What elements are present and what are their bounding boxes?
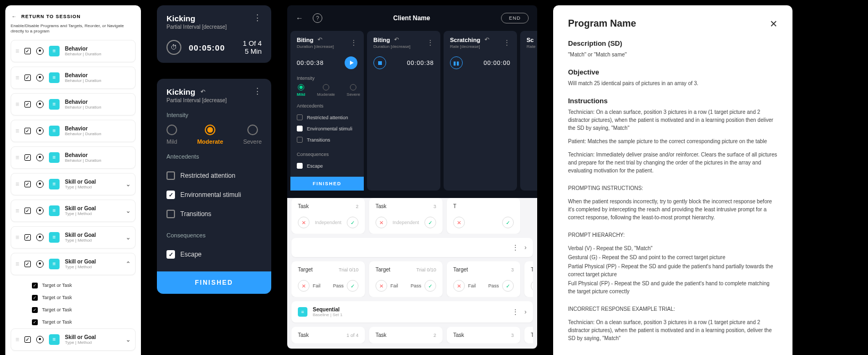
expand-icon[interactable]: ⌄ — [126, 207, 131, 214]
undo-icon[interactable]: ↶ — [201, 88, 205, 95]
finished-button[interactable]: FINISHED — [290, 177, 364, 191]
enable-checkbox[interactable] — [24, 181, 31, 187]
stop-button[interactable] — [373, 56, 386, 69]
skill-row[interactable]: ≡ ≡ Skill or Goal Type | Method ⌄ — [11, 226, 136, 249]
chart-button[interactable]: ▮▮ — [450, 56, 463, 69]
expand-icon[interactable]: › — [524, 244, 527, 251]
enable-checkbox[interactable] — [24, 261, 31, 267]
close-icon[interactable]: ✕ — [770, 18, 778, 30]
help-icon[interactable]: ? — [313, 13, 322, 23]
pass-button[interactable] — [502, 280, 514, 292]
antecedent-option[interactable]: Restricted attention — [166, 166, 262, 185]
pass-button[interactable] — [424, 217, 436, 228]
skill-row[interactable]: ≡ ≡ Skill or Goal Type | Method ⌃ — [11, 253, 136, 275]
expand-icon[interactable]: ⌄ — [126, 336, 131, 343]
intensity-option[interactable]: Moderate — [317, 84, 335, 97]
intensity-option[interactable]: Mild — [297, 84, 305, 97]
consequence-option[interactable]: Escape — [297, 160, 357, 171]
fail-button[interactable] — [298, 217, 310, 228]
drag-icon[interactable]: ≡ — [15, 234, 19, 241]
target-checkbox[interactable]: ✓ — [32, 295, 38, 301]
target-row[interactable]: ✓Target or Task — [32, 292, 136, 304]
expand-icon[interactable]: ⌄ — [126, 234, 131, 241]
drag-icon[interactable]: ≡ — [15, 74, 19, 81]
more-icon[interactable]: ⋮ — [512, 243, 519, 252]
fail-button[interactable] — [375, 280, 387, 292]
drag-icon[interactable]: ≡ — [15, 260, 19, 268]
more-icon[interactable]: ⋮ — [503, 38, 511, 47]
antecedent-option[interactable]: Restricted attention — [297, 112, 357, 123]
drag-icon[interactable]: ≡ — [15, 154, 19, 161]
visibility-icon[interactable] — [36, 234, 44, 241]
behavior-row[interactable]: ≡ ≡ Behavior Behavior | Duration — [11, 40, 136, 62]
behavior-row[interactable]: ≡ ≡ Behavior Behavior | Duration — [11, 120, 136, 142]
antecedent-option[interactable]: Transitions — [166, 204, 262, 224]
visibility-icon[interactable] — [36, 336, 44, 343]
fail-button[interactable] — [375, 217, 387, 228]
visibility-icon[interactable] — [36, 154, 44, 161]
undo-icon[interactable]: ↶ — [394, 36, 399, 43]
more-icon[interactable]: ⋮ — [253, 14, 262, 22]
visibility-icon[interactable] — [36, 260, 44, 268]
drag-icon[interactable]: ≡ — [15, 336, 19, 343]
enable-checkbox[interactable] — [24, 154, 31, 161]
fail-button[interactable] — [453, 280, 465, 292]
drag-icon[interactable]: ≡ — [15, 47, 19, 55]
target-checkbox[interactable]: ✓ — [32, 319, 38, 325]
drag-icon[interactable]: ≡ — [15, 207, 19, 214]
fail-button[interactable] — [453, 217, 465, 228]
target-row[interactable]: ✓Target or Task — [32, 316, 136, 328]
visibility-icon[interactable] — [36, 101, 44, 108]
visibility-icon[interactable] — [36, 47, 44, 55]
antecedent-option[interactable]: Environmental stimuli — [297, 123, 357, 134]
expand-icon[interactable]: › — [524, 308, 527, 316]
back-button[interactable]: ← — [296, 14, 303, 22]
visibility-icon[interactable] — [36, 207, 44, 214]
intensity-option[interactable]: Mild — [166, 125, 177, 145]
drag-icon[interactable]: ≡ — [15, 127, 19, 135]
more-icon[interactable]: ⋮ — [253, 87, 262, 96]
more-icon[interactable]: ⋮ — [350, 38, 357, 47]
pass-button[interactable] — [347, 280, 358, 292]
behavior-row[interactable]: ≡ ≡ Behavior Behavior | Duration — [11, 146, 136, 169]
visibility-icon[interactable] — [36, 180, 44, 188]
pass-button[interactable] — [347, 217, 358, 228]
more-icon[interactable]: ⋮ — [512, 308, 519, 316]
fail-button[interactable] — [298, 280, 310, 292]
target-row[interactable]: ✓Target or Task — [32, 279, 136, 292]
intensity-option[interactable]: Moderate — [197, 125, 223, 145]
visibility-icon[interactable] — [36, 127, 44, 135]
intensity-option[interactable]: Severe — [347, 84, 360, 97]
expand-icon[interactable]: ⌄ — [126, 180, 131, 188]
end-session-button[interactable]: END — [501, 13, 529, 23]
antecedent-option[interactable]: Transitions — [297, 134, 357, 145]
consequence-option[interactable]: Escape — [166, 245, 262, 264]
behavior-row[interactable]: ≡ ≡ Behavior Behavior | Duration — [11, 67, 136, 89]
play-button[interactable] — [345, 56, 357, 69]
drag-icon[interactable]: ≡ — [15, 101, 19, 108]
stopwatch-button[interactable]: ⏱ — [166, 40, 181, 55]
behavior-row[interactable]: ≡ ≡ Behavior Behavior | Duration — [11, 93, 136, 115]
enable-checkbox[interactable] — [24, 208, 31, 214]
visibility-icon[interactable] — [36, 74, 44, 81]
antecedent-option[interactable]: Environmental stimuli — [166, 185, 262, 204]
expand-icon[interactable]: ⌃ — [126, 260, 131, 268]
target-row[interactable]: ✓Target or Task — [32, 304, 136, 316]
target-checkbox[interactable]: ✓ — [32, 283, 38, 288]
finished-button[interactable]: FINISHED — [157, 271, 271, 294]
more-icon[interactable]: ⋮ — [427, 38, 434, 47]
undo-icon[interactable]: ↶ — [318, 36, 322, 43]
enable-checkbox[interactable] — [24, 75, 31, 81]
enable-checkbox[interactable] — [24, 128, 31, 134]
drag-icon[interactable]: ≡ — [15, 180, 19, 188]
intensity-option[interactable]: Severe — [243, 125, 262, 145]
skill-row[interactable]: ≡ ≡ Skill or Goal Type | Method ⌄ — [11, 173, 136, 195]
undo-icon[interactable]: ↶ — [485, 36, 489, 43]
skill-row[interactable]: ≡ ≡ Skill or Goal Type | Method ⌄ — [11, 200, 136, 222]
enable-checkbox[interactable] — [24, 48, 31, 54]
return-link[interactable]: ← RETURN TO SESSION — [11, 11, 136, 23]
target-checkbox[interactable]: ✓ — [32, 307, 38, 313]
skill-row[interactable]: ≡ ≡ Skill or Goal Type | Method ⌄ — [11, 328, 136, 351]
fail-button[interactable] — [531, 280, 533, 292]
pass-button[interactable] — [502, 217, 514, 228]
